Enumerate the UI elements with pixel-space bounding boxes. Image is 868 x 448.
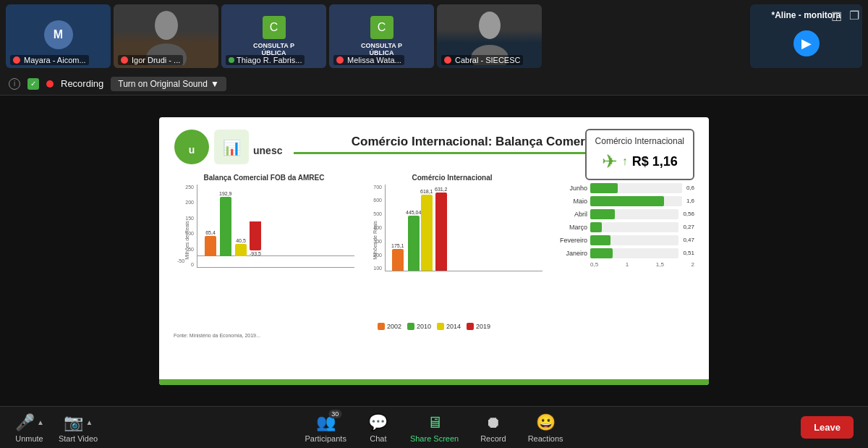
value-fevereiro: 0,47 [683, 237, 694, 243]
view-icon[interactable]: ◫ [831, 9, 842, 22]
svg-text:📊: 📊 [223, 139, 241, 156]
reactions-icon: 😀 [535, 413, 556, 433]
label-janeiro: Janeiro [550, 250, 587, 257]
unmute-button[interactable]: 🎤 ▲ Unmute [14, 413, 44, 443]
value-marco: 0,27 [683, 224, 694, 230]
share-screen-icon: 🖥 [425, 413, 445, 433]
legend-dot-2010 [407, 323, 414, 330]
consulta-logo-thiago: C [263, 16, 286, 39]
tile-mayara: M Mayara - Aicom... [6, 4, 111, 68]
mic-muted-melissa [336, 56, 344, 64]
toolbar-center: 👥 30 Participants 💬 Chat 🖥 Share Screen … [305, 413, 563, 443]
track-fevereiro [590, 235, 678, 245]
bottom-toolbar: 🎤 ▲ Unmute 📷 ▲ Start Video 👥 30 Particip… [0, 406, 868, 448]
label-maio: Maio [550, 198, 587, 205]
original-sound-button[interactable]: Turn on Original Sound ▼ [111, 77, 226, 91]
bar2-2014: 618,1 [420, 189, 433, 271]
share-screen-button[interactable]: 🖥 Share Screen [410, 413, 459, 443]
start-video-button[interactable]: 📷 ▲ Start Video [59, 413, 98, 443]
chart2-area: 175,1 445,04 618,1 631,2 [385, 185, 542, 271]
leave-button[interactable]: Leave [801, 416, 854, 439]
h-bar-fevereiro: Fevereiro 0,47 [550, 235, 694, 245]
charts-row: Balança Comercial FOB da AMREC Milhões d… [174, 174, 694, 318]
h-bar-marco: Março 0,27 [550, 222, 694, 232]
chart-2020: 2020 Junho 0,6 Maio 1,6 Ab [550, 174, 694, 318]
chart-comercio-title: Comércio Internacional [362, 174, 542, 182]
svg-point-0 [155, 11, 178, 40]
fullscreen-icon[interactable]: ❐ [849, 9, 859, 22]
chat-button[interactable]: 💬 Chat [368, 413, 388, 443]
legend: 2002 2010 2014 2019 [174, 323, 694, 330]
fill-maio [590, 196, 664, 206]
mic-muted-igor [121, 56, 128, 64]
start-video-label: Start Video [59, 434, 98, 443]
h-bar-abril: Abril 0,56 [550, 209, 694, 219]
participants-button[interactable]: 👥 30 Participants [305, 413, 346, 443]
mic-muted-mayara [13, 56, 20, 64]
unmute-caret[interactable]: ▲ [37, 418, 44, 426]
h-bar-janeiro: Janeiro 0,51 [550, 248, 694, 258]
tile-igor: Igor Drudi - ... [114, 4, 218, 68]
value-janeiro: 0,51 [683, 250, 694, 256]
legend-2014: 2014 [437, 323, 461, 330]
bar-2014: 40,5 [235, 238, 247, 256]
chat-label: Chat [370, 434, 386, 443]
tile-label-cabral: Cabral - SIECESC [441, 55, 523, 65]
track-junho [590, 183, 682, 193]
bar2-2010: 445,04 [406, 210, 421, 271]
chart1-area: 65,4 192,9 40,5 [197, 185, 354, 268]
legend-2010: 2010 [407, 323, 431, 330]
main-content: u 📊 unesc Comércio Internacional: Balanç… [0, 96, 868, 406]
tile-label-thiago: Thiago R. Fabris... [226, 55, 305, 65]
bar2-2002: 175,1 [391, 243, 404, 271]
h-bar-maio: Maio 1,6 [550, 196, 694, 206]
chart-balanca-title: Balança Comercial FOB da AMREC [174, 174, 354, 182]
info-icon[interactable]: i [9, 78, 20, 90]
fill-fevereiro [590, 235, 610, 245]
fill-junho [590, 183, 618, 193]
bar-chart-1: Milhões de Reais 250 200 150 100 50 0 [174, 185, 354, 297]
dropdown-arrow: ▼ [210, 79, 219, 89]
legend-2002: 2002 [378, 323, 401, 330]
plane-icon: ✈ [602, 151, 618, 173]
consulta-text-thiago: CONSULTA PÚBLICA [253, 42, 294, 56]
recording-bar: i ✓ Recording Turn on Original Sound ▼ [0, 72, 868, 96]
legend-dot-2002 [378, 323, 385, 330]
original-sound-label: Turn on Original Sound [118, 79, 208, 89]
tile-label-igor: Igor Drudi - ... [118, 55, 183, 65]
toolbar-left: 🎤 ▲ Unmute 📷 ▲ Start Video [14, 413, 98, 443]
chart-comercio: Comércio Internacional Milhões de Reais … [362, 174, 542, 318]
top-right-controls: ◫ ❐ [831, 9, 859, 22]
legend-dot-2019 [467, 323, 474, 330]
slide-bottom-bar [159, 379, 709, 385]
label-marco: Março [550, 224, 587, 231]
recording-text: Recording [61, 78, 103, 89]
consulta-text-melissa: CONSULTA PÚBLICA [361, 42, 402, 56]
unmute-label: Unmute [15, 434, 43, 443]
svg-text:u: u [189, 144, 195, 156]
bar2-2019: 631,2 [435, 187, 448, 271]
reactions-label: Reactions [528, 434, 563, 443]
participants-badge: 30 [328, 410, 341, 418]
fill-abril [590, 209, 615, 219]
fill-marco [590, 222, 602, 232]
toolbar-right: Leave [801, 416, 854, 439]
mic-active-thiago [229, 57, 234, 63]
video-caret[interactable]: ▲ [86, 418, 93, 426]
info-box: Comércio Internacional ✈ ↑ R$ 1,16 [585, 129, 694, 180]
aline-action-btn[interactable]: ▶ [793, 30, 820, 56]
record-button[interactable]: ⏺ Record [480, 413, 506, 443]
info-box-title: Comércio Internacional [595, 136, 684, 146]
bar-2002: 65,4 [205, 230, 216, 256]
unesc-logo-green: u [174, 129, 210, 168]
tile-thiago: C CONSULTA PÚBLICA Thiago R. Fabris... [221, 4, 326, 68]
label-junho: Junho [550, 185, 587, 192]
record-icon: ⏺ [483, 413, 503, 433]
track-marco [590, 222, 678, 232]
record-label: Record [480, 434, 506, 443]
reactions-button[interactable]: 😀 Reactions [528, 413, 563, 443]
arrow-up-icon: ↑ [622, 155, 628, 168]
avatar-mayara: M [44, 20, 73, 49]
info-box-value: R$ 1,16 [632, 154, 678, 169]
video-off-icon: 📷 [64, 413, 84, 433]
